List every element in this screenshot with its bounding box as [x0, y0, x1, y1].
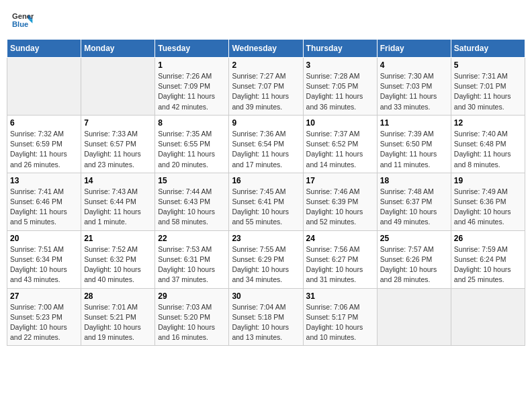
day-number: 30: [232, 291, 300, 301]
day-detail: Sunrise: 7:37 AMSunset: 6:52 PMDaylight:…: [306, 129, 374, 170]
calendar-day-cell: 9Sunrise: 7:36 AMSunset: 6:54 PMDaylight…: [229, 115, 303, 173]
day-detail: Sunrise: 7:40 AMSunset: 6:48 PMDaylight:…: [454, 129, 522, 170]
svg-marker-3: [28, 19, 32, 23]
calendar-day-cell: 18Sunrise: 7:48 AMSunset: 6:37 PMDayligh…: [377, 173, 451, 230]
day-number: 20: [10, 234, 78, 243]
calendar-day-cell: 3Sunrise: 7:28 AMSunset: 7:05 PMDaylight…: [303, 58, 377, 116]
calendar-day-cell: 7Sunrise: 7:33 AMSunset: 6:57 PMDaylight…: [81, 115, 155, 173]
calendar-week-row: 1Sunrise: 7:26 AMSunset: 7:09 PMDaylight…: [7, 58, 525, 116]
day-number: 31: [306, 291, 374, 301]
day-detail: Sunrise: 7:28 AMSunset: 7:05 PMDaylight:…: [306, 71, 374, 112]
logo-icon: General Blue: [12, 9, 34, 31]
day-number: 12: [454, 118, 522, 128]
day-detail: Sunrise: 7:57 AMSunset: 6:26 PMDaylight:…: [380, 244, 448, 285]
day-detail: Sunrise: 7:00 AMSunset: 5:23 PMDaylight:…: [10, 302, 78, 343]
calendar-day-cell: 25Sunrise: 7:57 AMSunset: 6:26 PMDayligh…: [377, 230, 451, 288]
calendar-day-cell: 29Sunrise: 7:03 AMSunset: 5:20 PMDayligh…: [155, 288, 229, 346]
calendar-day-cell: 24Sunrise: 7:56 AMSunset: 6:27 PMDayligh…: [303, 230, 377, 288]
day-detail: Sunrise: 7:35 AMSunset: 6:55 PMDaylight:…: [158, 129, 226, 170]
calendar-week-row: 20Sunrise: 7:51 AMSunset: 6:34 PMDayligh…: [7, 230, 525, 288]
calendar-day-cell: 8Sunrise: 7:35 AMSunset: 6:55 PMDaylight…: [155, 115, 229, 173]
calendar-day-cell: 21Sunrise: 7:52 AMSunset: 6:32 PMDayligh…: [81, 230, 155, 288]
calendar-day-cell: 6Sunrise: 7:32 AMSunset: 6:59 PMDaylight…: [7, 115, 81, 173]
calendar-week-row: 27Sunrise: 7:00 AMSunset: 5:23 PMDayligh…: [7, 288, 525, 346]
day-number: 18: [380, 176, 448, 185]
calendar-day-cell: 28Sunrise: 7:01 AMSunset: 5:21 PMDayligh…: [81, 288, 155, 346]
calendar-week-row: 13Sunrise: 7:41 AMSunset: 6:46 PMDayligh…: [7, 173, 525, 230]
day-detail: Sunrise: 7:06 AMSunset: 5:17 PMDaylight:…: [306, 302, 374, 343]
calendar-day-cell: 15Sunrise: 7:44 AMSunset: 6:43 PMDayligh…: [155, 173, 229, 230]
day-number: 23: [232, 234, 300, 243]
calendar-table: SundayMondayTuesdayWednesdayThursdayFrid…: [7, 39, 525, 346]
day-number: 11: [380, 118, 448, 128]
day-detail: Sunrise: 7:45 AMSunset: 6:41 PMDaylight:…: [232, 187, 300, 228]
weekday-header-row: SundayMondayTuesdayWednesdayThursdayFrid…: [7, 40, 525, 58]
day-detail: Sunrise: 7:52 AMSunset: 6:32 PMDaylight:…: [84, 244, 152, 285]
calendar-day-cell: 23Sunrise: 7:55 AMSunset: 6:29 PMDayligh…: [229, 230, 303, 288]
calendar-day-cell: 14Sunrise: 7:43 AMSunset: 6:44 PMDayligh…: [81, 173, 155, 230]
calendar-day-cell: 20Sunrise: 7:51 AMSunset: 6:34 PMDayligh…: [7, 230, 81, 288]
day-detail: Sunrise: 7:04 AMSunset: 5:18 PMDaylight:…: [232, 302, 300, 343]
calendar-day-cell: 27Sunrise: 7:00 AMSunset: 5:23 PMDayligh…: [7, 288, 81, 346]
calendar-day-cell: 16Sunrise: 7:45 AMSunset: 6:41 PMDayligh…: [229, 173, 303, 230]
calendar-day-cell: [377, 288, 451, 346]
day-detail: Sunrise: 7:27 AMSunset: 7:07 PMDaylight:…: [232, 71, 300, 112]
day-detail: Sunrise: 7:26 AMSunset: 7:09 PMDaylight:…: [158, 71, 226, 112]
page-header: General Blue: [7, 7, 525, 34]
day-number: 15: [158, 176, 226, 185]
day-detail: Sunrise: 7:55 AMSunset: 6:29 PMDaylight:…: [232, 244, 300, 285]
day-number: 13: [10, 176, 78, 185]
day-number: 19: [454, 176, 522, 185]
calendar-day-cell: 11Sunrise: 7:39 AMSunset: 6:50 PMDayligh…: [377, 115, 451, 173]
day-number: 7: [84, 118, 152, 128]
day-detail: Sunrise: 7:56 AMSunset: 6:27 PMDaylight:…: [306, 244, 374, 285]
day-number: 17: [306, 176, 374, 185]
calendar-day-cell: [81, 58, 155, 116]
day-detail: Sunrise: 7:49 AMSunset: 6:36 PMDaylight:…: [454, 187, 522, 228]
calendar-day-cell: 19Sunrise: 7:49 AMSunset: 6:36 PMDayligh…: [451, 173, 525, 230]
day-number: 16: [232, 176, 300, 185]
day-detail: Sunrise: 7:31 AMSunset: 7:01 PMDaylight:…: [454, 71, 522, 112]
day-detail: Sunrise: 7:36 AMSunset: 6:54 PMDaylight:…: [232, 129, 300, 170]
day-detail: Sunrise: 7:59 AMSunset: 6:24 PMDaylight:…: [454, 244, 522, 285]
calendar-day-cell: 17Sunrise: 7:46 AMSunset: 6:39 PMDayligh…: [303, 173, 377, 230]
day-number: 3: [306, 60, 374, 70]
calendar-day-cell: [7, 58, 81, 116]
day-detail: Sunrise: 7:43 AMSunset: 6:44 PMDaylight:…: [84, 187, 152, 228]
day-number: 27: [10, 291, 78, 301]
day-detail: Sunrise: 7:01 AMSunset: 5:21 PMDaylight:…: [84, 302, 152, 343]
calendar-day-cell: 2Sunrise: 7:27 AMSunset: 7:07 PMDaylight…: [229, 58, 303, 116]
calendar-day-cell: 30Sunrise: 7:04 AMSunset: 5:18 PMDayligh…: [229, 288, 303, 346]
weekday-header-cell: Sunday: [7, 40, 81, 58]
svg-text:Blue: Blue: [12, 20, 28, 28]
day-detail: Sunrise: 7:32 AMSunset: 6:59 PMDaylight:…: [10, 129, 78, 170]
day-number: 10: [306, 118, 374, 128]
calendar-day-cell: [451, 288, 525, 346]
day-detail: Sunrise: 7:46 AMSunset: 6:39 PMDaylight:…: [306, 187, 374, 228]
weekday-header-cell: Wednesday: [229, 40, 303, 58]
day-number: 28: [84, 291, 152, 301]
calendar-day-cell: 26Sunrise: 7:59 AMSunset: 6:24 PMDayligh…: [451, 230, 525, 288]
day-number: 21: [84, 234, 152, 243]
calendar-week-row: 6Sunrise: 7:32 AMSunset: 6:59 PMDaylight…: [7, 115, 525, 173]
calendar-day-cell: 4Sunrise: 7:30 AMSunset: 7:03 PMDaylight…: [377, 58, 451, 116]
weekday-header-cell: Thursday: [303, 40, 377, 58]
calendar-day-cell: 13Sunrise: 7:41 AMSunset: 6:46 PMDayligh…: [7, 173, 81, 230]
weekday-header-cell: Friday: [377, 40, 451, 58]
calendar-day-cell: 31Sunrise: 7:06 AMSunset: 5:17 PMDayligh…: [303, 288, 377, 346]
day-number: 26: [454, 234, 522, 243]
calendar-day-cell: 5Sunrise: 7:31 AMSunset: 7:01 PMDaylight…: [451, 58, 525, 116]
day-number: 24: [306, 234, 374, 243]
day-number: 29: [158, 291, 226, 301]
day-detail: Sunrise: 7:33 AMSunset: 6:57 PMDaylight:…: [84, 129, 152, 170]
day-number: 22: [158, 234, 226, 243]
weekday-header-cell: Saturday: [451, 40, 525, 58]
calendar-day-cell: 12Sunrise: 7:40 AMSunset: 6:48 PMDayligh…: [451, 115, 525, 173]
calendar-day-cell: 10Sunrise: 7:37 AMSunset: 6:52 PMDayligh…: [303, 115, 377, 173]
calendar-body: 1Sunrise: 7:26 AMSunset: 7:09 PMDaylight…: [7, 58, 525, 346]
day-number: 25: [380, 234, 448, 243]
day-detail: Sunrise: 7:51 AMSunset: 6:34 PMDaylight:…: [10, 244, 78, 285]
day-detail: Sunrise: 7:44 AMSunset: 6:43 PMDaylight:…: [158, 187, 226, 228]
calendar-day-cell: 1Sunrise: 7:26 AMSunset: 7:09 PMDaylight…: [155, 58, 229, 116]
day-detail: Sunrise: 7:48 AMSunset: 6:37 PMDaylight:…: [380, 187, 448, 228]
